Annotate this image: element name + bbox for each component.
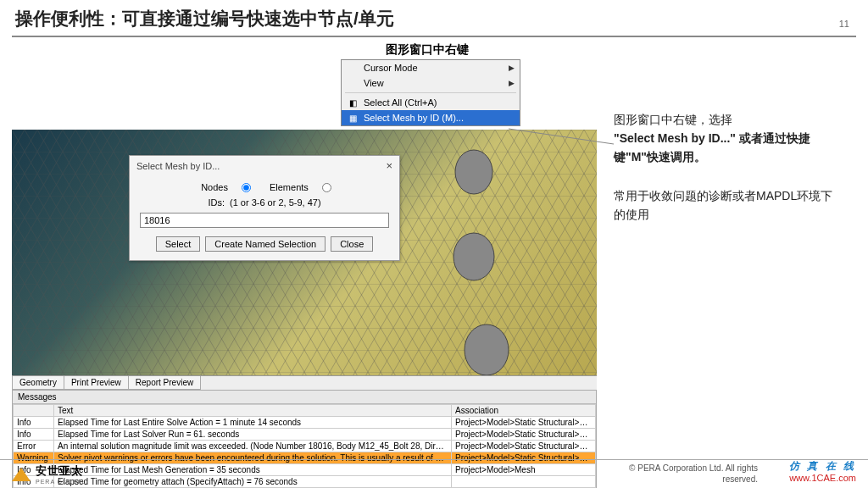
chevron-right-icon: ▶ xyxy=(509,79,515,87)
menu-view[interactable]: View ▶ xyxy=(342,75,520,91)
cell-type: Info xyxy=(14,429,54,441)
ids-label: IDs: xyxy=(208,197,225,208)
menu-label: View xyxy=(364,78,384,88)
menu-select-all[interactable]: ◧ Select All (Ctrl+A) xyxy=(342,95,520,110)
col-blank xyxy=(14,405,54,417)
cell-text: Elapsed Time for Last Solver Run = 61. s… xyxy=(54,429,452,441)
context-menu: Cursor Mode ▶ View ▶ ◧ Select All (Ctrl+… xyxy=(341,59,520,126)
logo-text: 安世亚太 xyxy=(36,463,86,479)
table-row[interactable]: ErrorAn internal solution magnitude limi… xyxy=(14,441,596,452)
cell-type: Error xyxy=(14,441,54,452)
view-tabs: Geometry Print Preview Report Preview xyxy=(12,375,597,390)
svg-point-2 xyxy=(453,233,494,280)
nodes-radio[interactable] xyxy=(242,183,251,192)
logo: 安世亚太 PERA GLOBAL xyxy=(12,463,86,485)
col-association: Association xyxy=(452,405,596,417)
menu-label: Select All (Ctrl+A) xyxy=(364,97,437,108)
mesh-viewport[interactable]: Select Mesh by ID... × Nodes Elements ID… xyxy=(12,130,597,375)
note-line: 常用于收敛问题的诊断或者MAPDL环境下的使用 xyxy=(614,186,843,224)
svg-point-1 xyxy=(455,150,492,194)
brand-watermark: 仿 真 在 线 www.1CAE.com xyxy=(789,460,856,484)
cell-type: Info xyxy=(14,417,54,429)
table-header-row: Text Association xyxy=(14,405,596,417)
footer: 安世亚太 PERA GLOBAL © PERA Corporation Ltd.… xyxy=(0,459,868,488)
page-number: 11 xyxy=(839,19,849,29)
annotation-column: 图形窗口中右键，选择 "Select Mesh by ID..." 或者通过快捷… xyxy=(597,42,843,488)
chevron-right-icon: ▶ xyxy=(509,64,515,72)
close-button[interactable]: Close xyxy=(331,236,373,252)
note-line: 图形窗口中右键，选择 xyxy=(614,113,732,126)
blank-icon xyxy=(347,62,359,74)
menu-label: Cursor Mode xyxy=(364,63,418,73)
nodes-label: Nodes xyxy=(201,182,228,192)
logo-sub: PERA GLOBAL xyxy=(36,479,86,485)
cell-text: An internal solution magnitude limit was… xyxy=(54,441,452,452)
title-divider xyxy=(12,36,856,37)
menu-label: Select Mesh by ID (M)... xyxy=(364,113,464,123)
blank-icon xyxy=(347,77,359,89)
elements-label: Elements xyxy=(270,182,309,192)
tab-geometry[interactable]: Geometry xyxy=(12,376,64,390)
tab-print-preview[interactable]: Print Preview xyxy=(64,376,129,390)
tab-report-preview[interactable]: Report Preview xyxy=(128,376,201,390)
cell-assoc: Project>Model>Static Structural>Solutio xyxy=(452,441,596,452)
menu-cursor-mode[interactable]: Cursor Mode ▶ xyxy=(342,60,520,75)
svg-point-3 xyxy=(465,324,509,375)
note-bold: "Select Mesh by ID..." xyxy=(614,131,736,145)
elements-radio[interactable] xyxy=(322,183,331,192)
dialog-titlebar[interactable]: Select Mesh by ID... × xyxy=(130,156,399,175)
menu-separator xyxy=(345,92,516,93)
ids-row: IDs: (1 or 3-6 or 2, 5-9, 47) xyxy=(140,197,389,208)
create-named-selection-button[interactable]: Create Named Selection xyxy=(205,236,326,252)
cell-text: Elapsed Time for Last Entire Solve Actio… xyxy=(54,417,452,429)
table-row[interactable]: InfoElapsed Time for Last Entire Solve A… xyxy=(14,417,596,429)
radio-row: Nodes Elements xyxy=(140,182,389,192)
cell-assoc: Project>Model>Static Structural>Solutio xyxy=(452,429,596,441)
dialog-title: Select Mesh by ID... xyxy=(136,161,220,171)
logo-triangle-icon xyxy=(12,468,31,481)
select-mesh-dialog: Select Mesh by ID... × Nodes Elements ID… xyxy=(129,155,400,261)
col-text: Text xyxy=(54,405,452,417)
select-button[interactable]: Select xyxy=(156,236,201,252)
cell-assoc: Project>Model>Static Structural>Solutio xyxy=(452,417,596,429)
ids-hint: (1 or 3-6 or 2, 5-9, 47) xyxy=(230,197,321,208)
menu-select-mesh-by-id[interactable]: ▦ Select Mesh by ID (M)... xyxy=(342,110,520,125)
table-row[interactable]: InfoElapsed Time for Last Solver Run = 6… xyxy=(14,429,596,441)
page-title: 操作便利性：可直接通过编号快速选中节点/单元 xyxy=(0,0,868,36)
close-icon[interactable]: × xyxy=(386,159,392,172)
messages-panel-title: Messages xyxy=(13,391,596,404)
copyright: © PERA Corporation Ltd. All rights reser… xyxy=(629,463,758,485)
select-all-icon: ◧ xyxy=(347,97,359,108)
context-menu-caption: 图形窗口中右键 xyxy=(342,42,512,58)
mesh-id-icon: ▦ xyxy=(347,112,359,124)
ids-input[interactable] xyxy=(140,213,389,228)
